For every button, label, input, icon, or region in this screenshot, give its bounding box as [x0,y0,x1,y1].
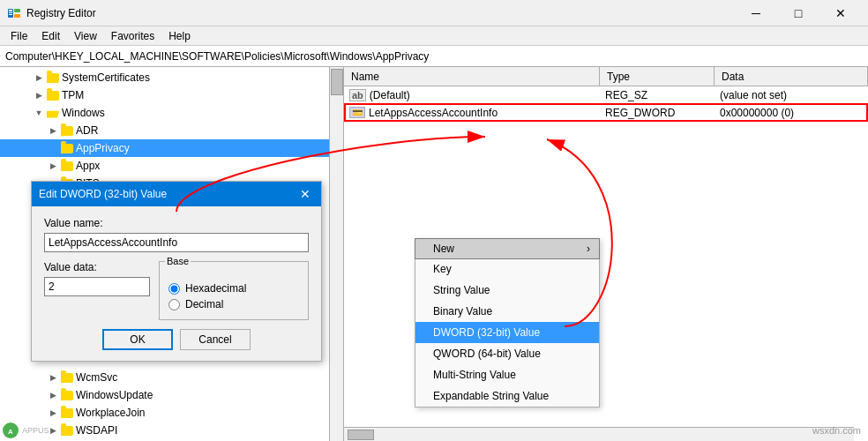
expand-icon: ▶ [46,370,60,385]
menu-file[interactable]: File [4,28,34,44]
address-bar: Computer\HKEY_LOCAL_MACHINE\SOFTWARE\Pol… [0,46,868,67]
ctx-item-qword-value[interactable]: QWORD (64-bit) Value [415,343,599,364]
maximize-button[interactable]: □ [778,0,819,26]
expand-icon: ▶ [32,88,46,102]
dec-radio[interactable] [168,299,180,310]
ok-button[interactable]: OK [102,329,173,350]
app-icon [7,6,21,20]
ctx-item-expandable-value[interactable]: Expandable String Value [415,385,599,407]
tree-item-tpm[interactable]: ▶ TPM [0,86,343,104]
dec-radio-row: Decimal [168,298,299,310]
ctx-item-multistring-value[interactable]: Multi-String Value [415,364,599,385]
title-bar: Registry Editor ─ □ ✕ [0,0,868,26]
col-header-name[interactable]: Name [344,67,600,86]
dialog-buttons: OK Cancel [44,329,309,350]
folder-icon [60,423,74,437]
tree-item-systemcerts[interactable]: ▶ SystemCertificates [0,69,343,86]
minimize-button[interactable]: ─ [736,0,776,26]
reg-data-default: (value not set) [715,89,868,101]
watermark: wsxdn.com [812,425,861,436]
right-h-scrollbar[interactable] [344,427,854,441]
svg-rect-3 [9,14,12,15]
tree-item-wsdapi[interactable]: ▶ WSDAPI [0,422,343,439]
column-headers: Name Type Data [344,67,868,86]
menu-bar: File Edit View Favorites Help [0,26,868,46]
menu-help[interactable]: Help [161,28,198,44]
hex-label[interactable]: Hexadecimal [185,282,246,295]
expand-icon: ▶ [46,159,60,173]
new-label: New [433,243,454,255]
tree-item-wcmsvc[interactable]: ▶ WcmSvc [0,369,343,386]
folder-icon [46,71,60,85]
new-submenu-button[interactable]: New › [415,238,600,259]
tree-label-windowsupdate: WindowsUpdate [76,389,153,401]
hex-radio-row: Hexadecimal [168,282,299,295]
context-menu: New › Key String Value Binary Value DWOR… [415,238,600,407]
expand-icon: ▶ [46,388,60,402]
value-name-label: Value name: [44,217,309,229]
svg-rect-1 [9,10,12,11]
address-path: Computer\HKEY_LOCAL_MACHINE\SOFTWARE\Pol… [5,50,429,63]
tree-scrollbar[interactable] [329,67,343,441]
hex-radio[interactable] [168,283,180,295]
tree-label-workplacejoin: WorkplaceJoin [76,407,145,419]
ctx-item-binary-value[interactable]: Binary Value [415,301,599,322]
tree-item-appprivacy[interactable]: AppPrivacy [0,139,343,157]
col-header-data[interactable]: Data [715,67,868,86]
dialog-body: Value name: Value data: Base Hexadecimal… [32,206,321,361]
expand-icon: ▼ [32,106,46,120]
value-data-section: Value data: [44,261,150,320]
value-data-input[interactable] [44,277,150,296]
ctx-item-string-value[interactable]: String Value [415,280,599,301]
registry-row-letapps[interactable]: 💳 LetAppsAccessAccountInfo REG_DWORD 0x0… [344,104,868,122]
tree-item-windowsupdate[interactable]: ▶ WindowsUpdate [0,386,343,404]
scrollbar-thumb[interactable] [348,430,374,440]
tree-item-appx[interactable]: ▶ Appx [0,157,343,175]
tree-label-appprivacy: AppPrivacy [76,142,130,154]
expand-icon: ▶ [46,406,60,420]
folder-icon [60,370,74,385]
menu-view[interactable]: View [67,28,104,44]
dialog-row: Value data: Base Hexadecimal Decimal [44,261,309,320]
title-bar-left: Registry Editor [7,6,96,20]
submenu-arrow: › [587,243,590,255]
folder-icon [60,406,74,420]
folder-icon [60,141,74,155]
menu-edit[interactable]: Edit [34,28,67,44]
tree-item-adr[interactable]: ▶ ADR [0,122,343,139]
base-group: Base Hexadecimal Decimal [159,261,309,320]
expand-icon: ▶ [46,123,60,138]
close-button[interactable]: ✕ [820,0,861,26]
dec-label[interactable]: Decimal [185,298,223,310]
window-title: Registry Editor [26,7,96,19]
value-name-input[interactable] [44,233,309,252]
base-label: Base [165,256,191,266]
ctx-item-dword-value[interactable]: DWORD (32-bit) Value [415,322,599,343]
cancel-button[interactable]: Cancel [180,329,251,350]
tree-label-wcmsvc: WcmSvc [76,371,117,384]
window-controls: ─ □ ✕ [736,0,861,26]
tree-label-wsdapi: WSDAPI [76,424,117,437]
ctx-item-key[interactable]: Key [415,258,599,280]
dialog-title-bar: Edit DWORD (32-bit) Value ✕ [32,182,321,206]
tree-label-tpm: TPM [62,89,84,101]
tree-label-windows: Windows [62,107,105,119]
folder-icon [60,123,74,138]
reg-name-letapps: 💳 LetAppsAccessAccountInfo [344,107,600,119]
appus-logo: A APPUS [2,422,49,439]
appus-icon: A [2,422,19,439]
value-data-label: Value data: [44,261,150,273]
registry-row-default[interactable]: ab (Default) REG_SZ (value not set) [344,86,868,104]
reg-name-default: ab (Default) [344,89,600,101]
reg-type-default: REG_SZ [600,89,715,101]
dialog-title: Edit DWORD (32-bit) Value [39,188,167,200]
tree-item-workplacejoin[interactable]: ▶ WorkplaceJoin [0,404,343,422]
dialog-close-button[interactable]: ✕ [296,185,314,203]
edit-dword-dialog: Edit DWORD (32-bit) Value ✕ Value name: … [31,181,322,362]
col-header-type[interactable]: Type [600,67,715,86]
reg-data-letapps: 0x00000000 (0) [715,107,868,119]
folder-open-icon [46,106,60,120]
tree-item-windows[interactable]: ▼ Windows [0,104,343,122]
menu-favorites[interactable]: Favorites [104,28,161,44]
folder-icon [60,159,74,173]
